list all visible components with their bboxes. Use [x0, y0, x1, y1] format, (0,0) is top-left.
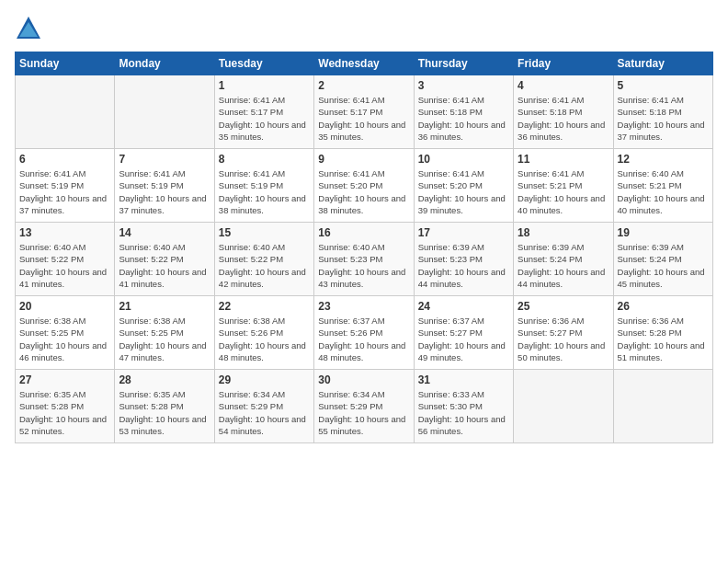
day-info: Sunrise: 6:41 AM Sunset: 5:19 PM Dayligh…: [119, 167, 210, 216]
day-number: 20: [19, 300, 110, 313]
day-number: 15: [219, 226, 310, 239]
day-number: 14: [119, 226, 210, 239]
calendar-cell: 26Sunrise: 6:36 AM Sunset: 5:28 PM Dayli…: [613, 296, 712, 370]
calendar-cell: 8Sunrise: 6:41 AM Sunset: 5:19 PM Daylig…: [214, 149, 313, 223]
calendar-cell: 25Sunrise: 6:36 AM Sunset: 5:27 PM Dayli…: [514, 296, 613, 370]
calendar-cell: 23Sunrise: 6:37 AM Sunset: 5:26 PM Dayli…: [314, 296, 414, 370]
calendar-cell: 24Sunrise: 6:37 AM Sunset: 5:27 PM Dayli…: [414, 296, 513, 370]
calendar-cell: 31Sunrise: 6:33 AM Sunset: 5:30 PM Dayli…: [414, 370, 513, 443]
day-number: 13: [19, 226, 110, 239]
calendar-cell: 1Sunrise: 6:41 AM Sunset: 5:17 PM Daylig…: [214, 75, 313, 149]
day-header-wednesday: Wednesday: [314, 52, 414, 75]
calendar-cell: 21Sunrise: 6:38 AM Sunset: 5:25 PM Dayli…: [115, 296, 214, 370]
day-header-sunday: Sunday: [16, 52, 115, 75]
calendar-cell: 20Sunrise: 6:38 AM Sunset: 5:25 PM Dayli…: [16, 296, 115, 370]
day-number: 8: [219, 153, 310, 166]
day-info: Sunrise: 6:39 AM Sunset: 5:23 PM Dayligh…: [418, 241, 509, 290]
calendar-cell: 29Sunrise: 6:34 AM Sunset: 5:29 PM Dayli…: [214, 370, 313, 443]
day-header-tuesday: Tuesday: [214, 52, 313, 75]
calendar-cell: 13Sunrise: 6:40 AM Sunset: 5:22 PM Dayli…: [16, 223, 115, 296]
day-info: Sunrise: 6:41 AM Sunset: 5:17 PM Dayligh…: [318, 94, 409, 143]
day-number: 31: [418, 373, 509, 386]
day-info: Sunrise: 6:41 AM Sunset: 5:20 PM Dayligh…: [318, 167, 409, 216]
calendar-week-4: 20Sunrise: 6:38 AM Sunset: 5:25 PM Dayli…: [16, 296, 713, 370]
day-number: 9: [318, 153, 409, 166]
day-number: 17: [418, 226, 509, 239]
page-header: [15, 15, 713, 42]
calendar-week-5: 27Sunrise: 6:35 AM Sunset: 5:28 PM Dayli…: [16, 370, 713, 443]
day-number: 21: [119, 300, 210, 313]
day-info: Sunrise: 6:41 AM Sunset: 5:18 PM Dayligh…: [618, 94, 709, 143]
day-number: 28: [119, 373, 210, 386]
calendar-table: SundayMondayTuesdayWednesdayThursdayFrid…: [15, 52, 713, 443]
day-info: Sunrise: 6:38 AM Sunset: 5:26 PM Dayligh…: [219, 315, 310, 363]
day-header-saturday: Saturday: [613, 52, 712, 75]
day-number: 4: [518, 79, 609, 92]
day-number: 24: [418, 300, 509, 313]
day-info: Sunrise: 6:41 AM Sunset: 5:19 PM Dayligh…: [19, 167, 110, 216]
day-number: 3: [418, 79, 509, 92]
day-info: Sunrise: 6:37 AM Sunset: 5:27 PM Dayligh…: [418, 315, 509, 363]
calendar-cell: 16Sunrise: 6:40 AM Sunset: 5:23 PM Dayli…: [314, 223, 414, 296]
day-info: Sunrise: 6:39 AM Sunset: 5:24 PM Dayligh…: [518, 241, 609, 290]
day-number: 12: [618, 153, 709, 166]
calendar-week-2: 6Sunrise: 6:41 AM Sunset: 5:19 PM Daylig…: [16, 149, 713, 223]
day-number: 29: [219, 373, 310, 386]
calendar-cell: [514, 370, 613, 443]
calendar-cell: 14Sunrise: 6:40 AM Sunset: 5:22 PM Dayli…: [115, 223, 214, 296]
day-info: Sunrise: 6:38 AM Sunset: 5:25 PM Dayligh…: [119, 315, 210, 363]
calendar-cell: [613, 370, 712, 443]
day-number: 26: [618, 300, 709, 313]
day-number: 30: [318, 373, 409, 386]
day-info: Sunrise: 6:41 AM Sunset: 5:17 PM Dayligh…: [219, 94, 310, 143]
day-header-friday: Friday: [514, 52, 613, 75]
calendar-cell: 4Sunrise: 6:41 AM Sunset: 5:18 PM Daylig…: [514, 75, 613, 149]
day-info: Sunrise: 6:40 AM Sunset: 5:23 PM Dayligh…: [318, 241, 409, 290]
day-info: Sunrise: 6:41 AM Sunset: 5:21 PM Dayligh…: [518, 167, 609, 216]
calendar-cell: 3Sunrise: 6:41 AM Sunset: 5:18 PM Daylig…: [414, 75, 513, 149]
day-info: Sunrise: 6:36 AM Sunset: 5:28 PM Dayligh…: [618, 315, 709, 363]
day-info: Sunrise: 6:39 AM Sunset: 5:24 PM Dayligh…: [618, 241, 709, 290]
day-number: 19: [618, 226, 709, 239]
calendar-week-1: 1Sunrise: 6:41 AM Sunset: 5:17 PM Daylig…: [16, 75, 713, 149]
logo: [15, 15, 46, 42]
day-number: 5: [618, 79, 709, 92]
calendar-header-row: SundayMondayTuesdayWednesdayThursdayFrid…: [16, 52, 713, 75]
day-number: 27: [19, 373, 110, 386]
day-number: 11: [518, 153, 609, 166]
day-info: Sunrise: 6:35 AM Sunset: 5:28 PM Dayligh…: [119, 388, 210, 437]
day-number: 22: [219, 300, 310, 313]
calendar-cell: 7Sunrise: 6:41 AM Sunset: 5:19 PM Daylig…: [115, 149, 214, 223]
calendar-cell: 18Sunrise: 6:39 AM Sunset: 5:24 PM Dayli…: [514, 223, 613, 296]
logo-icon: [15, 15, 42, 42]
day-info: Sunrise: 6:34 AM Sunset: 5:29 PM Dayligh…: [219, 388, 310, 437]
calendar-cell: 15Sunrise: 6:40 AM Sunset: 5:22 PM Dayli…: [214, 223, 313, 296]
day-header-thursday: Thursday: [414, 52, 513, 75]
calendar-cell: 9Sunrise: 6:41 AM Sunset: 5:20 PM Daylig…: [314, 149, 414, 223]
calendar-cell: 22Sunrise: 6:38 AM Sunset: 5:26 PM Dayli…: [214, 296, 313, 370]
calendar-cell: 2Sunrise: 6:41 AM Sunset: 5:17 PM Daylig…: [314, 75, 414, 149]
day-number: 1: [219, 79, 310, 92]
calendar-cell: 5Sunrise: 6:41 AM Sunset: 5:18 PM Daylig…: [613, 75, 712, 149]
day-number: 6: [19, 153, 110, 166]
day-number: 7: [119, 153, 210, 166]
calendar-cell: 19Sunrise: 6:39 AM Sunset: 5:24 PM Dayli…: [613, 223, 712, 296]
day-info: Sunrise: 6:37 AM Sunset: 5:26 PM Dayligh…: [318, 315, 409, 363]
day-info: Sunrise: 6:34 AM Sunset: 5:29 PM Dayligh…: [318, 388, 409, 437]
day-info: Sunrise: 6:40 AM Sunset: 5:21 PM Dayligh…: [618, 167, 709, 216]
day-info: Sunrise: 6:33 AM Sunset: 5:30 PM Dayligh…: [418, 388, 509, 437]
day-number: 23: [318, 300, 409, 313]
day-info: Sunrise: 6:40 AM Sunset: 5:22 PM Dayligh…: [19, 241, 110, 290]
calendar-cell: 27Sunrise: 6:35 AM Sunset: 5:28 PM Dayli…: [16, 370, 115, 443]
day-info: Sunrise: 6:41 AM Sunset: 5:18 PM Dayligh…: [418, 94, 509, 143]
calendar-cell: [115, 75, 214, 149]
calendar-week-3: 13Sunrise: 6:40 AM Sunset: 5:22 PM Dayli…: [16, 223, 713, 296]
day-info: Sunrise: 6:41 AM Sunset: 5:20 PM Dayligh…: [418, 167, 509, 216]
day-header-monday: Monday: [115, 52, 214, 75]
day-number: 10: [418, 153, 509, 166]
calendar-cell: 28Sunrise: 6:35 AM Sunset: 5:28 PM Dayli…: [115, 370, 214, 443]
day-number: 18: [518, 226, 609, 239]
day-info: Sunrise: 6:40 AM Sunset: 5:22 PM Dayligh…: [219, 241, 310, 290]
day-number: 16: [318, 226, 409, 239]
calendar-cell: 11Sunrise: 6:41 AM Sunset: 5:21 PM Dayli…: [514, 149, 613, 223]
